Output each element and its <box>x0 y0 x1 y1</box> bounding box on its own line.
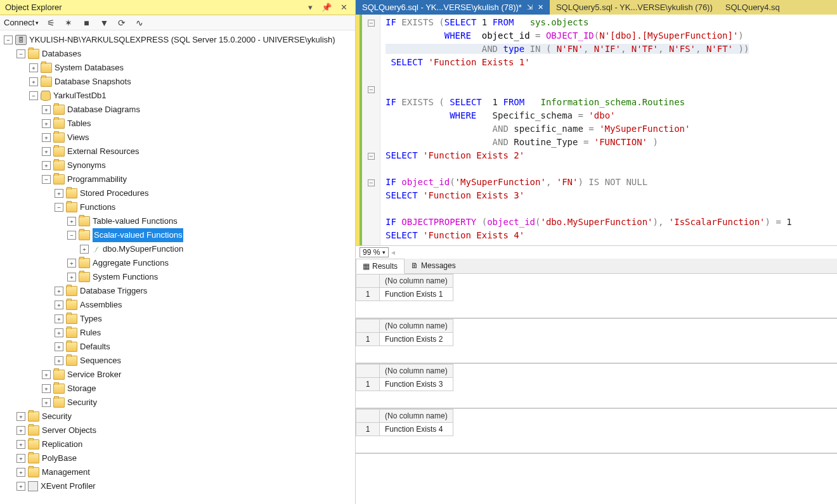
filter-icon[interactable]: ▼ <box>98 18 110 27</box>
expand-icon[interactable]: + <box>16 482 25 491</box>
row-header[interactable]: 1 <box>356 287 380 300</box>
zoom-select[interactable]: 99 %▾ <box>360 247 389 257</box>
defaults-node[interactable]: +Defaults <box>0 340 355 354</box>
column-header[interactable]: (No column name) <box>380 274 453 287</box>
database-snapshots-node[interactable]: +Database Snapshots <box>0 75 355 89</box>
service-broker-node[interactable]: +Service Broker <box>0 368 355 382</box>
expand-icon[interactable]: + <box>16 412 25 421</box>
sys-fn-node[interactable]: +System Functions <box>0 270 355 284</box>
storage-node[interactable]: +Storage <box>0 382 355 396</box>
collapse-icon[interactable]: − <box>4 36 13 44</box>
row-header[interactable]: 1 <box>356 332 380 346</box>
expand-icon[interactable]: + <box>42 105 51 114</box>
column-header[interactable]: (No column name) <box>380 409 453 422</box>
collapse-icon[interactable]: − <box>29 91 38 100</box>
code-area[interactable]: IF EXISTS (SELECT 1 FROM sys.objects WHE… <box>380 15 837 245</box>
cell[interactable]: Function Exists 2 <box>380 332 453 346</box>
expand-icon[interactable]: + <box>16 454 25 463</box>
disconnect-all-icon[interactable]: ✶ <box>63 18 74 27</box>
databases-node[interactable]: −Databases <box>0 47 355 61</box>
cell[interactable]: Function Exists 4 <box>380 422 453 436</box>
row-header[interactable]: 1 <box>356 377 380 391</box>
results-tab[interactable]: ▦Results <box>356 259 405 274</box>
row-header[interactable]: 1 <box>356 422 380 436</box>
column-header[interactable]: (No column name) <box>380 364 453 377</box>
expand-icon[interactable]: + <box>55 356 63 365</box>
expand-icon[interactable]: + <box>55 287 63 295</box>
dropdown-icon[interactable]: ▾ <box>306 3 315 12</box>
types-node[interactable]: +Types <box>0 312 355 326</box>
expand-icon[interactable]: + <box>42 119 51 128</box>
expand-icon[interactable]: + <box>55 328 63 337</box>
close-icon[interactable]: ✕ <box>338 3 350 12</box>
server-objects-node[interactable]: +Server Objects <box>0 423 355 437</box>
functions-node[interactable]: −Functions <box>0 200 355 214</box>
tab-sqlquery4[interactable]: SQLQuery4.sq <box>719 0 786 15</box>
expand-icon[interactable]: + <box>16 440 25 449</box>
views-node[interactable]: +Views <box>0 131 355 145</box>
svf-node[interactable]: −Scalar-valued Functions <box>0 228 355 242</box>
results-grids[interactable]: (No column name) 1Function Exists 1 (No … <box>356 274 837 505</box>
replication-node[interactable]: +Replication <box>0 437 355 451</box>
expand-icon[interactable]: + <box>55 300 63 309</box>
agg-fn-node[interactable]: +Aggregate Functions <box>0 256 355 270</box>
sql-editor[interactable]: − − − − IF EXISTS (SELECT 1 FROM sys.obj… <box>356 15 837 245</box>
expand-icon[interactable]: + <box>42 133 51 142</box>
expand-icon[interactable]: + <box>55 342 63 351</box>
xevent-node[interactable]: +XEvent Profiler <box>0 479 355 493</box>
my-function-node[interactable]: +𝑓dbo.MySuperFunction <box>0 242 355 256</box>
server-node[interactable]: −🗄YKULISH-NB\YARKULSQLEXPRESS (SQL Serve… <box>0 33 355 47</box>
collapse-icon[interactable]: − <box>16 49 25 58</box>
expand-icon[interactable]: + <box>67 273 76 281</box>
fold-icon[interactable]: − <box>368 20 375 27</box>
expand-icon[interactable]: + <box>55 189 63 198</box>
pin-icon[interactable]: 📌 <box>319 3 334 12</box>
expand-icon[interactable]: + <box>55 314 63 323</box>
column-header[interactable]: (No column name) <box>380 319 453 332</box>
sequences-node[interactable]: +Sequences <box>0 354 355 368</box>
pin-icon[interactable]: ⇲ <box>527 3 533 11</box>
disconnect-icon[interactable]: ⚟ <box>45 18 56 27</box>
database-diagrams-node[interactable]: +Database Diagrams <box>0 103 355 117</box>
collapse-icon[interactable]: − <box>67 231 76 240</box>
refresh-icon[interactable]: ⟳ <box>116 18 127 27</box>
fold-icon[interactable]: − <box>368 86 375 93</box>
expand-icon[interactable]: + <box>42 147 51 156</box>
activity-icon[interactable]: ∿ <box>134 18 145 27</box>
security-inner-node[interactable]: +Security <box>0 396 355 410</box>
db-triggers-node[interactable]: +Database Triggers <box>0 284 355 298</box>
expand-icon[interactable]: + <box>67 217 76 226</box>
cell[interactable]: Function Exists 1 <box>380 287 453 300</box>
collapse-icon[interactable]: − <box>55 203 63 212</box>
security-node[interactable]: +Security <box>0 410 355 423</box>
expand-icon[interactable]: + <box>42 161 51 170</box>
messages-tab[interactable]: 🗎Messages <box>405 259 462 273</box>
expand-icon[interactable]: + <box>42 398 51 407</box>
synonyms-node[interactable]: +Synonyms <box>0 158 355 172</box>
fold-icon[interactable]: − <box>368 179 375 186</box>
database-node[interactable]: −YarkulTestDb1 <box>0 89 355 103</box>
expand-icon[interactable]: + <box>80 245 89 254</box>
close-icon[interactable]: ✕ <box>538 3 543 11</box>
collapse-icon[interactable]: − <box>42 175 51 184</box>
stored-procedures-node[interactable]: +Stored Procedures <box>0 186 355 200</box>
expand-icon[interactable]: + <box>42 384 51 393</box>
connect-button[interactable]: Connect ▾ <box>4 18 39 27</box>
system-databases-node[interactable]: +System Databases <box>0 61 355 75</box>
stop-icon[interactable]: ■ <box>81 18 92 27</box>
expand-icon[interactable]: + <box>42 370 51 379</box>
management-node[interactable]: +Management <box>0 465 355 479</box>
tab-sqlquery6[interactable]: SQLQuery6.sql - YK...VERSE\ykulish (78))… <box>356 0 550 15</box>
expand-icon[interactable]: + <box>29 63 38 72</box>
tables-node[interactable]: +Tables <box>0 117 355 131</box>
assemblies-node[interactable]: +Assemblies <box>0 298 355 312</box>
expand-icon[interactable]: + <box>16 468 25 477</box>
fold-icon[interactable]: − <box>368 153 375 160</box>
tvf-node[interactable]: +Table-valued Functions <box>0 214 355 228</box>
cell[interactable]: Function Exists 3 <box>380 377 453 391</box>
external-resources-node[interactable]: +External Resources <box>0 145 355 158</box>
polybase-node[interactable]: +PolyBase <box>0 451 355 465</box>
programmability-node[interactable]: −Programmability <box>0 172 355 186</box>
tab-sqlquery5[interactable]: SQLQuery5.sql - YK...VERSE\ykulish (76)) <box>550 0 719 15</box>
expand-icon[interactable]: + <box>29 77 38 86</box>
